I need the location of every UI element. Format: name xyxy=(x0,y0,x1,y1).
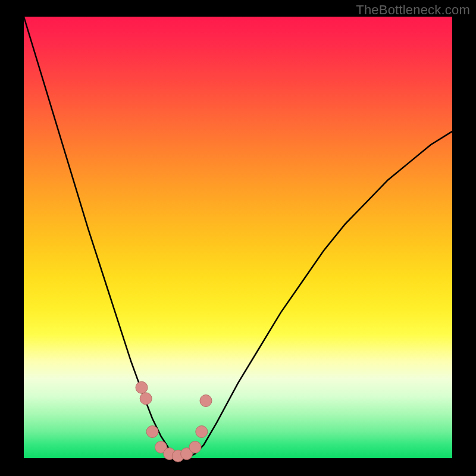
curve-marker xyxy=(196,426,208,438)
curve-marker xyxy=(189,441,201,453)
bottleneck-curve-left xyxy=(24,17,178,458)
marker-group xyxy=(136,381,212,462)
curve-marker xyxy=(136,381,148,393)
curve-marker xyxy=(200,395,212,407)
watermark-text: TheBottleneck.com xyxy=(356,2,470,18)
bottleneck-curve-right xyxy=(178,131,452,458)
curve-marker xyxy=(146,426,158,438)
chart-frame: TheBottleneck.com xyxy=(0,0,476,476)
plot-area xyxy=(24,17,452,458)
curve-marker xyxy=(140,393,152,405)
curve-layer xyxy=(24,17,452,458)
